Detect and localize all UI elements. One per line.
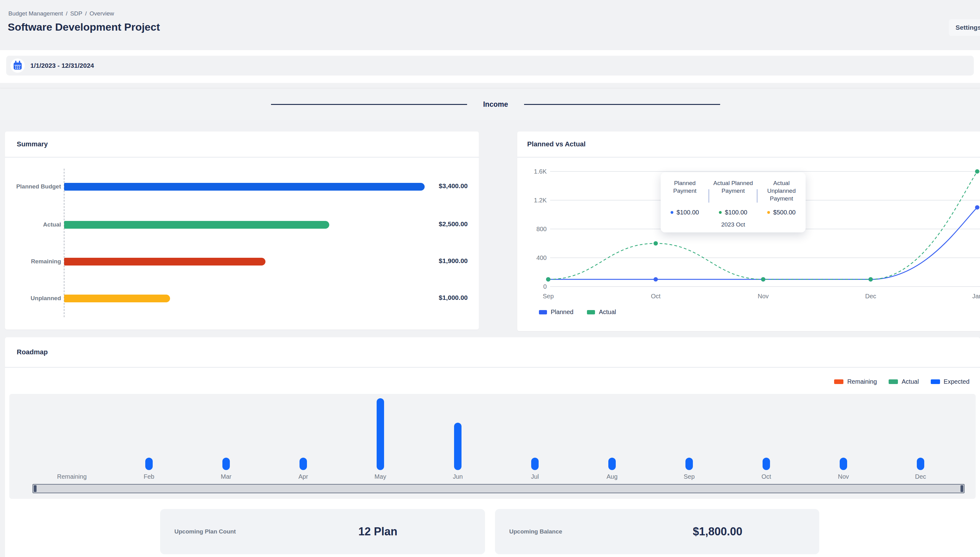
- series-dot-icon: [671, 211, 673, 214]
- stat-label: Upcoming Balance: [509, 528, 562, 535]
- roadmap-month-label: Jun: [439, 473, 477, 480]
- tooltip-series-value: $100.00: [709, 209, 757, 216]
- roadmap-bar-nov[interactable]: [840, 458, 847, 470]
- stat-value: $1,800.00: [693, 525, 742, 538]
- data-point-actual[interactable]: [653, 241, 658, 246]
- roadmap-month-label: May: [361, 473, 400, 480]
- roadmap-month-label: Jul: [516, 473, 554, 480]
- roadmap-month-label: Sep: [670, 473, 708, 480]
- date-range-picker[interactable]: 1/1/2023 - 12/31/2024: [6, 56, 974, 75]
- series-dot-icon: [767, 211, 770, 214]
- scrollbar-right-handle[interactable]: [960, 485, 963, 492]
- summary-bar-label: Actual: [7, 221, 61, 228]
- summary-bar-value: $1,000.00: [439, 294, 468, 301]
- legend-swatch-icon: [539, 310, 547, 314]
- legend-item-actual[interactable]: Actual: [587, 308, 616, 316]
- roadmap-month-label: Mar: [207, 473, 245, 480]
- breadcrumb: Budget Management / SDP / Overview: [8, 10, 114, 17]
- calendar-icon: [11, 59, 25, 73]
- legend-item-remaining[interactable]: Remaining: [834, 378, 877, 385]
- legend-item-expected[interactable]: Expected: [931, 378, 969, 385]
- y-axis-tick: 400: [536, 254, 547, 261]
- roadmap-bar-oct[interactable]: [763, 458, 770, 470]
- roadmap-bar-mar[interactable]: [222, 458, 230, 470]
- summary-bar-value: $3,400.00: [439, 182, 468, 190]
- stat-value: 12 Plan: [358, 525, 397, 538]
- chart-legend: PlannedActual: [539, 308, 616, 316]
- roadmap-bar-apr[interactable]: [299, 458, 307, 470]
- summary-bar-label: Remaining: [7, 258, 61, 265]
- roadmap-month-label: Nov: [824, 473, 862, 480]
- breadcrumb-item-sdp[interactable]: SDP: [70, 10, 82, 17]
- series-dot-icon: [719, 211, 722, 214]
- legend-swatch-icon: [889, 379, 898, 384]
- roadmap-month-label: Apr: [284, 473, 322, 480]
- scrollbar-left-handle[interactable]: [34, 485, 36, 492]
- legend-swatch-icon: [931, 379, 940, 384]
- summary-bar[interactable]: [64, 258, 265, 265]
- roadmap-bar-sep[interactable]: [686, 458, 693, 470]
- x-axis-tick: Jan: [972, 293, 980, 300]
- y-axis-tick: 1.6K: [534, 168, 547, 175]
- roadmap-timeline: RemainingFebMarAprMayJunJulAugSepOctNovD…: [9, 394, 976, 499]
- roadmap-scrollbar[interactable]: [33, 484, 965, 493]
- roadmap-bar-dec[interactable]: [917, 458, 924, 470]
- x-axis-tick: Sep: [543, 293, 554, 300]
- income-section-label: Income: [483, 100, 508, 109]
- summary-card-title: Summary: [17, 140, 48, 148]
- divider-line: [524, 104, 720, 105]
- date-range-value: 1/1/2023 - 12/31/2024: [30, 62, 94, 69]
- divider-line: [271, 104, 467, 105]
- summary-bar-value: $1,900.00: [439, 257, 468, 265]
- settings-button[interactable]: Settings: [949, 19, 980, 36]
- roadmap-month-label: Aug: [593, 473, 631, 480]
- data-point-actual[interactable]: [869, 277, 873, 282]
- planned-vs-actual-title: Planned vs Actual: [527, 140, 586, 148]
- roadmap-bar-feb[interactable]: [145, 458, 153, 470]
- data-point-actual[interactable]: [975, 169, 979, 174]
- tooltip-series-name: Actual Unplanned Payment: [757, 179, 805, 202]
- roadmap-month-label: Feb: [130, 473, 168, 480]
- tooltip-separator: [708, 189, 709, 203]
- data-point-planned[interactable]: [653, 277, 658, 282]
- tooltip-separator: [757, 189, 758, 203]
- legend-item-planned[interactable]: Planned: [539, 308, 573, 316]
- x-axis-tick: Dec: [865, 293, 876, 300]
- summary-card: Summary Planned Budget$3,400.00Actual$2,…: [5, 132, 479, 329]
- roadmap-bar-jun[interactable]: [454, 423, 462, 470]
- x-axis-tick: Nov: [758, 293, 769, 300]
- upcoming-plan-count-card: Upcoming Plan Count 12 Plan: [160, 509, 485, 554]
- chart-tooltip: Planned Payment$100.00Actual Planned Pay…: [661, 173, 805, 232]
- roadmap-month-label: Dec: [901, 473, 940, 480]
- tooltip-series-value: $500.00: [757, 209, 805, 216]
- summary-bar[interactable]: [64, 183, 425, 191]
- roadmap-month-label: Remaining: [53, 473, 91, 480]
- breadcrumb-separator: /: [85, 10, 87, 17]
- breadcrumb-separator: /: [66, 10, 67, 17]
- budget-overview-page: Budget Management / SDP / Overview Softw…: [0, 0, 980, 557]
- roadmap-bar-may[interactable]: [377, 398, 384, 470]
- roadmap-month-label: Oct: [747, 473, 786, 480]
- legend-swatch-icon: [834, 379, 843, 384]
- tooltip-series-name: Actual Planned Payment: [709, 179, 757, 195]
- data-point-planned[interactable]: [975, 205, 979, 210]
- y-axis-tick: 800: [536, 226, 547, 232]
- upcoming-balance-card: Upcoming Balance $1,800.00: [495, 509, 819, 554]
- data-point-actual[interactable]: [546, 277, 550, 282]
- summary-bar[interactable]: [64, 295, 170, 302]
- legend-swatch-icon: [587, 310, 595, 314]
- stat-label: Upcoming Plan Count: [175, 528, 236, 535]
- roadmap-bar-aug[interactable]: [608, 458, 616, 470]
- roadmap-card-title: Roadmap: [17, 348, 48, 356]
- y-axis-tick: 0: [543, 283, 547, 290]
- page-title: Software Development Project: [8, 21, 160, 33]
- summary-bar[interactable]: [64, 221, 329, 229]
- data-point-actual[interactable]: [761, 277, 765, 282]
- summary-bar-label: Unplanned: [7, 295, 61, 302]
- filter-bar: 1/1/2023 - 12/31/2024: [0, 50, 980, 83]
- breadcrumb-item-budget-management[interactable]: Budget Management: [8, 10, 63, 17]
- x-axis-tick: Oct: [651, 293, 661, 300]
- legend-item-actual[interactable]: Actual: [889, 378, 919, 385]
- roadmap-bar-jul[interactable]: [531, 458, 539, 470]
- breadcrumb-item-overview[interactable]: Overview: [90, 10, 114, 17]
